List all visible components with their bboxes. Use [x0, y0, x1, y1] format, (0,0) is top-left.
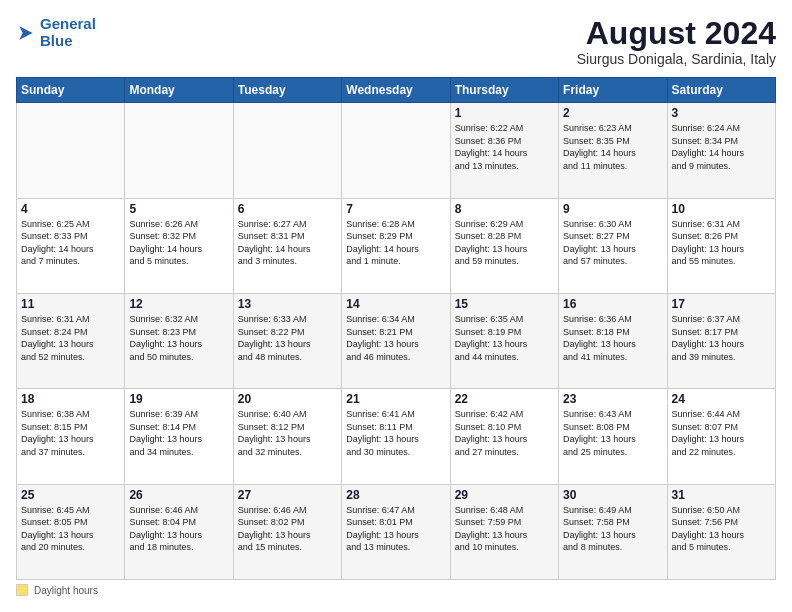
calendar-day-header: Thursday	[450, 78, 558, 103]
calendar-day-header: Saturday	[667, 78, 775, 103]
day-number: 21	[346, 392, 445, 406]
calendar-day-cell: 18Sunrise: 6:38 AM Sunset: 8:15 PM Dayli…	[17, 389, 125, 484]
calendar-day-cell: 19Sunrise: 6:39 AM Sunset: 8:14 PM Dayli…	[125, 389, 233, 484]
day-info-text: Sunrise: 6:26 AM Sunset: 8:32 PM Dayligh…	[129, 218, 228, 268]
day-info-text: Sunrise: 6:29 AM Sunset: 8:28 PM Dayligh…	[455, 218, 554, 268]
calendar-day-cell: 1Sunrise: 6:22 AM Sunset: 8:36 PM Daylig…	[450, 103, 558, 198]
day-number: 2	[563, 106, 662, 120]
logo-line2: Blue	[40, 33, 96, 50]
day-number: 5	[129, 202, 228, 216]
daylight-legend-box	[16, 584, 28, 596]
day-info-text: Sunrise: 6:23 AM Sunset: 8:35 PM Dayligh…	[563, 122, 662, 172]
day-info-text: Sunrise: 6:28 AM Sunset: 8:29 PM Dayligh…	[346, 218, 445, 268]
calendar-day-cell	[233, 103, 341, 198]
calendar-day-cell: 31Sunrise: 6:50 AM Sunset: 7:56 PM Dayli…	[667, 484, 775, 579]
day-info-text: Sunrise: 6:40 AM Sunset: 8:12 PM Dayligh…	[238, 408, 337, 458]
calendar-day-cell: 2Sunrise: 6:23 AM Sunset: 8:35 PM Daylig…	[559, 103, 667, 198]
day-number: 20	[238, 392, 337, 406]
calendar-day-cell	[17, 103, 125, 198]
day-info-text: Sunrise: 6:32 AM Sunset: 8:23 PM Dayligh…	[129, 313, 228, 363]
day-number: 27	[238, 488, 337, 502]
day-number: 9	[563, 202, 662, 216]
calendar-week-row: 4Sunrise: 6:25 AM Sunset: 8:33 PM Daylig…	[17, 198, 776, 293]
day-info-text: Sunrise: 6:47 AM Sunset: 8:01 PM Dayligh…	[346, 504, 445, 554]
day-number: 23	[563, 392, 662, 406]
calendar-day-cell: 5Sunrise: 6:26 AM Sunset: 8:32 PM Daylig…	[125, 198, 233, 293]
calendar-day-cell: 26Sunrise: 6:46 AM Sunset: 8:04 PM Dayli…	[125, 484, 233, 579]
day-info-text: Sunrise: 6:48 AM Sunset: 7:59 PM Dayligh…	[455, 504, 554, 554]
day-info-text: Sunrise: 6:41 AM Sunset: 8:11 PM Dayligh…	[346, 408, 445, 458]
day-number: 24	[672, 392, 771, 406]
calendar-day-header: Friday	[559, 78, 667, 103]
calendar-day-cell: 8Sunrise: 6:29 AM Sunset: 8:28 PM Daylig…	[450, 198, 558, 293]
day-info-text: Sunrise: 6:36 AM Sunset: 8:18 PM Dayligh…	[563, 313, 662, 363]
calendar-day-header: Tuesday	[233, 78, 341, 103]
footer-note: Daylight hours	[16, 584, 776, 596]
calendar-day-cell: 3Sunrise: 6:24 AM Sunset: 8:34 PM Daylig…	[667, 103, 775, 198]
calendar-day-cell: 23Sunrise: 6:43 AM Sunset: 8:08 PM Dayli…	[559, 389, 667, 484]
calendar-week-row: 18Sunrise: 6:38 AM Sunset: 8:15 PM Dayli…	[17, 389, 776, 484]
day-number: 26	[129, 488, 228, 502]
calendar-day-cell: 28Sunrise: 6:47 AM Sunset: 8:01 PM Dayli…	[342, 484, 450, 579]
calendar-day-cell: 11Sunrise: 6:31 AM Sunset: 8:24 PM Dayli…	[17, 293, 125, 388]
day-info-text: Sunrise: 6:42 AM Sunset: 8:10 PM Dayligh…	[455, 408, 554, 458]
day-info-text: Sunrise: 6:46 AM Sunset: 8:02 PM Dayligh…	[238, 504, 337, 554]
calendar-day-cell: 6Sunrise: 6:27 AM Sunset: 8:31 PM Daylig…	[233, 198, 341, 293]
day-number: 1	[455, 106, 554, 120]
calendar-day-cell: 10Sunrise: 6:31 AM Sunset: 8:26 PM Dayli…	[667, 198, 775, 293]
calendar-day-cell: 4Sunrise: 6:25 AM Sunset: 8:33 PM Daylig…	[17, 198, 125, 293]
day-info-text: Sunrise: 6:31 AM Sunset: 8:24 PM Dayligh…	[21, 313, 120, 363]
day-info-text: Sunrise: 6:34 AM Sunset: 8:21 PM Dayligh…	[346, 313, 445, 363]
calendar-week-row: 25Sunrise: 6:45 AM Sunset: 8:05 PM Dayli…	[17, 484, 776, 579]
day-info-text: Sunrise: 6:39 AM Sunset: 8:14 PM Dayligh…	[129, 408, 228, 458]
day-info-text: Sunrise: 6:30 AM Sunset: 8:27 PM Dayligh…	[563, 218, 662, 268]
day-number: 3	[672, 106, 771, 120]
calendar-week-row: 1Sunrise: 6:22 AM Sunset: 8:36 PM Daylig…	[17, 103, 776, 198]
day-info-text: Sunrise: 6:43 AM Sunset: 8:08 PM Dayligh…	[563, 408, 662, 458]
day-info-text: Sunrise: 6:37 AM Sunset: 8:17 PM Dayligh…	[672, 313, 771, 363]
location-subtitle: Siurgus Donigala, Sardinia, Italy	[577, 51, 776, 67]
day-number: 29	[455, 488, 554, 502]
calendar-day-cell: 17Sunrise: 6:37 AM Sunset: 8:17 PM Dayli…	[667, 293, 775, 388]
day-info-text: Sunrise: 6:24 AM Sunset: 8:34 PM Dayligh…	[672, 122, 771, 172]
day-number: 22	[455, 392, 554, 406]
calendar-day-header: Wednesday	[342, 78, 450, 103]
day-info-text: Sunrise: 6:45 AM Sunset: 8:05 PM Dayligh…	[21, 504, 120, 554]
svg-marker-0	[19, 26, 32, 39]
day-info-text: Sunrise: 6:44 AM Sunset: 8:07 PM Dayligh…	[672, 408, 771, 458]
day-info-text: Sunrise: 6:49 AM Sunset: 7:58 PM Dayligh…	[563, 504, 662, 554]
calendar-day-cell: 24Sunrise: 6:44 AM Sunset: 8:07 PM Dayli…	[667, 389, 775, 484]
logo-icon	[16, 23, 36, 43]
day-number: 31	[672, 488, 771, 502]
calendar-day-cell: 14Sunrise: 6:34 AM Sunset: 8:21 PM Dayli…	[342, 293, 450, 388]
day-info-text: Sunrise: 6:33 AM Sunset: 8:22 PM Dayligh…	[238, 313, 337, 363]
logo: General Blue	[16, 16, 96, 49]
calendar-day-cell: 12Sunrise: 6:32 AM Sunset: 8:23 PM Dayli…	[125, 293, 233, 388]
day-number: 11	[21, 297, 120, 311]
day-number: 13	[238, 297, 337, 311]
day-info-text: Sunrise: 6:38 AM Sunset: 8:15 PM Dayligh…	[21, 408, 120, 458]
day-number: 18	[21, 392, 120, 406]
day-number: 8	[455, 202, 554, 216]
month-year-title: August 2024	[577, 16, 776, 51]
calendar-day-cell: 7Sunrise: 6:28 AM Sunset: 8:29 PM Daylig…	[342, 198, 450, 293]
calendar-day-cell: 30Sunrise: 6:49 AM Sunset: 7:58 PM Dayli…	[559, 484, 667, 579]
calendar-day-header: Monday	[125, 78, 233, 103]
day-info-text: Sunrise: 6:35 AM Sunset: 8:19 PM Dayligh…	[455, 313, 554, 363]
day-number: 6	[238, 202, 337, 216]
calendar-day-cell	[342, 103, 450, 198]
day-info-text: Sunrise: 6:22 AM Sunset: 8:36 PM Dayligh…	[455, 122, 554, 172]
day-number: 12	[129, 297, 228, 311]
day-number: 4	[21, 202, 120, 216]
calendar-day-cell	[125, 103, 233, 198]
day-info-text: Sunrise: 6:25 AM Sunset: 8:33 PM Dayligh…	[21, 218, 120, 268]
day-number: 16	[563, 297, 662, 311]
calendar-day-header: Sunday	[17, 78, 125, 103]
day-number: 15	[455, 297, 554, 311]
day-info-text: Sunrise: 6:31 AM Sunset: 8:26 PM Dayligh…	[672, 218, 771, 268]
calendar-week-row: 11Sunrise: 6:31 AM Sunset: 8:24 PM Dayli…	[17, 293, 776, 388]
calendar-table: SundayMondayTuesdayWednesdayThursdayFrid…	[16, 77, 776, 580]
logo-line1: General	[40, 16, 96, 33]
day-info-text: Sunrise: 6:46 AM Sunset: 8:04 PM Dayligh…	[129, 504, 228, 554]
day-number: 30	[563, 488, 662, 502]
